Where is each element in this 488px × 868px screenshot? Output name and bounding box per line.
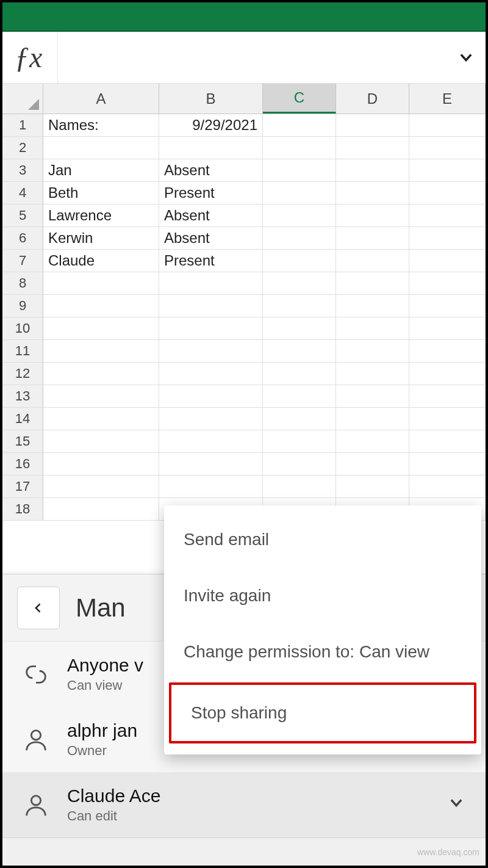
cell-C8[interactable] xyxy=(263,272,336,294)
cell-C4[interactable] xyxy=(263,182,336,204)
cell-D1[interactable] xyxy=(336,114,409,136)
cell-E2[interactable] xyxy=(409,137,486,159)
cell-C6[interactable] xyxy=(263,227,336,249)
formula-input[interactable] xyxy=(65,36,454,79)
cell-A13[interactable] xyxy=(43,385,159,407)
chevron-down-icon[interactable] xyxy=(448,794,470,816)
cell-C10[interactable] xyxy=(263,317,336,339)
share-item-2[interactable]: Claude AceCan edit xyxy=(2,772,486,837)
cell-E14[interactable] xyxy=(409,408,486,430)
cell-B10[interactable] xyxy=(159,317,263,339)
cell-B2[interactable] xyxy=(159,137,263,159)
cell-A3[interactable]: Jan xyxy=(43,159,159,181)
cell-C16[interactable] xyxy=(263,453,336,475)
cell-B15[interactable] xyxy=(159,430,263,452)
cell-E12[interactable] xyxy=(409,363,486,385)
cell-D11[interactable] xyxy=(336,340,409,362)
cell-C15[interactable] xyxy=(263,430,336,452)
row-header-4[interactable]: 4 xyxy=(2,182,43,204)
column-header-B[interactable]: B xyxy=(159,84,263,114)
cell-D2[interactable] xyxy=(336,137,409,159)
cell-C17[interactable] xyxy=(263,476,336,497)
cell-C2[interactable] xyxy=(263,137,336,159)
row-header-5[interactable]: 5 xyxy=(2,204,43,226)
cell-D14[interactable] xyxy=(336,408,409,430)
row-header-1[interactable]: 1 xyxy=(2,114,43,136)
cell-C5[interactable] xyxy=(263,204,336,226)
cell-E1[interactable] xyxy=(409,114,486,136)
row-header-11[interactable]: 11 xyxy=(2,340,43,362)
row-header-9[interactable]: 9 xyxy=(2,295,43,317)
cell-A11[interactable] xyxy=(43,340,159,362)
cell-D8[interactable] xyxy=(336,272,409,294)
row-header-2[interactable]: 2 xyxy=(2,137,43,159)
row-header-17[interactable]: 17 xyxy=(2,476,43,497)
cell-E15[interactable] xyxy=(409,430,486,452)
row-header-8[interactable]: 8 xyxy=(2,272,43,294)
cell-A15[interactable] xyxy=(43,430,159,452)
row-header-7[interactable]: 7 xyxy=(2,250,43,272)
cell-E11[interactable] xyxy=(409,340,486,362)
cell-B16[interactable] xyxy=(159,453,263,475)
cell-C9[interactable] xyxy=(263,295,336,317)
cell-E10[interactable] xyxy=(409,317,486,339)
cell-C13[interactable] xyxy=(263,385,336,407)
row-header-3[interactable]: 3 xyxy=(2,159,43,181)
cell-D6[interactable] xyxy=(336,227,409,249)
cell-E17[interactable] xyxy=(409,476,486,497)
cell-A5[interactable]: Lawrence xyxy=(43,204,159,226)
cell-C14[interactable] xyxy=(263,408,336,430)
cell-A6[interactable]: Kerwin xyxy=(43,227,159,249)
cell-C7[interactable] xyxy=(263,250,336,272)
row-header-6[interactable]: 6 xyxy=(2,227,43,249)
cell-B7[interactable]: Present xyxy=(159,250,263,272)
row-header-16[interactable]: 16 xyxy=(2,453,43,475)
cell-B14[interactable] xyxy=(159,408,263,430)
cell-D5[interactable] xyxy=(336,204,409,226)
row-header-12[interactable]: 12 xyxy=(2,363,43,385)
cell-B8[interactable] xyxy=(159,272,263,294)
menu-item-change-permission-to-can-view[interactable]: Change permission to: Can view xyxy=(164,624,481,680)
cell-B1[interactable]: 9/29/2021 xyxy=(159,114,263,136)
cell-E7[interactable] xyxy=(409,250,486,272)
cell-A9[interactable] xyxy=(43,295,159,317)
row-header-18[interactable]: 18 xyxy=(2,498,43,520)
menu-item-invite-again[interactable]: Invite again xyxy=(164,568,481,624)
chevron-down-icon[interactable] xyxy=(454,45,478,70)
cell-A2[interactable] xyxy=(43,137,159,159)
menu-item-stop-sharing[interactable]: Stop sharing xyxy=(169,682,476,743)
cell-E5[interactable] xyxy=(409,204,486,226)
cell-E9[interactable] xyxy=(409,295,486,317)
cell-D12[interactable] xyxy=(336,363,409,385)
cell-B17[interactable] xyxy=(159,476,263,497)
row-header-15[interactable]: 15 xyxy=(2,430,43,452)
cell-A10[interactable] xyxy=(43,317,159,339)
select-all-corner[interactable] xyxy=(2,84,43,114)
row-header-13[interactable]: 13 xyxy=(2,385,43,407)
cell-E13[interactable] xyxy=(409,385,486,407)
menu-item-send-email[interactable]: Send email xyxy=(164,512,481,568)
column-header-C[interactable]: C xyxy=(263,84,336,114)
cell-A8[interactable] xyxy=(43,272,159,294)
column-header-A[interactable]: A xyxy=(43,84,159,114)
cell-E3[interactable] xyxy=(409,159,486,181)
cell-E16[interactable] xyxy=(409,453,486,475)
cell-A1[interactable]: Names: xyxy=(43,114,159,136)
cell-A16[interactable] xyxy=(43,453,159,475)
cell-A12[interactable] xyxy=(43,363,159,385)
cell-D10[interactable] xyxy=(336,317,409,339)
cell-D13[interactable] xyxy=(336,385,409,407)
cell-E4[interactable] xyxy=(409,182,486,204)
cell-B12[interactable] xyxy=(159,363,263,385)
row-header-10[interactable]: 10 xyxy=(2,317,43,339)
column-header-D[interactable]: D xyxy=(336,84,409,114)
cell-A7[interactable]: Claude xyxy=(43,250,159,272)
back-button[interactable] xyxy=(17,587,60,629)
column-header-E[interactable]: E xyxy=(409,84,486,114)
cell-D17[interactable] xyxy=(336,476,409,497)
cell-D7[interactable] xyxy=(336,250,409,272)
cell-A14[interactable] xyxy=(43,408,159,430)
cell-E6[interactable] xyxy=(409,227,486,249)
cell-B6[interactable]: Absent xyxy=(159,227,263,249)
cell-E8[interactable] xyxy=(409,272,486,294)
